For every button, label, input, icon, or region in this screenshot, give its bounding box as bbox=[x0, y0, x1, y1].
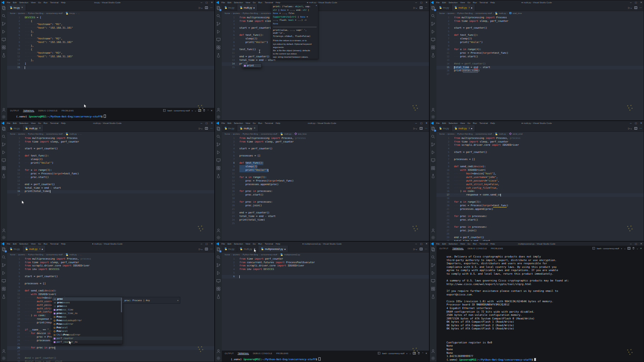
code-line[interactable]: 8 bbox=[436, 161, 644, 165]
new-terminal-button[interactable]: + bbox=[406, 352, 408, 354]
menu-item-go[interactable]: Go bbox=[253, 122, 255, 124]
menu-item-selection[interactable]: Selection bbox=[234, 242, 243, 245]
breadcrumb-item[interactable]: ipvzero bbox=[448, 12, 454, 14]
suggest-item-protocol[interactable]: Protocol bbox=[52, 329, 122, 333]
code-line[interactable]: 26····for·proc·in·proc bbox=[7, 346, 214, 350]
menu-item-edit[interactable]: Edit bbox=[13, 242, 17, 245]
suggest-item-perf_counter_ns[interactable]: perf_counter_ns bbox=[52, 340, 122, 344]
menu-item-go[interactable]: Go bbox=[38, 242, 41, 245]
maximize-panel-button[interactable]: ⌃ bbox=[422, 352, 424, 354]
manage-icon[interactable] bbox=[216, 356, 221, 361]
code-line[interactable]: 6def·test_func(): bbox=[436, 34, 644, 37]
code-line[interactable]: 21····processes.append(proc) bbox=[436, 208, 644, 211]
run-python-file-button[interactable]: ▷⌄ bbox=[628, 127, 632, 130]
menu-item-terminal[interactable]: Terminal bbox=[265, 1, 273, 4]
code-line[interactable]: 22end·=·perf_counter() bbox=[222, 211, 429, 215]
breadcrumb-item[interactable]: ipvzero bbox=[18, 133, 25, 135]
menu-item-view[interactable]: View bbox=[31, 122, 35, 124]
split-terminal-button[interactable] bbox=[628, 247, 630, 250]
terminal-dropdown-icon[interactable]: ⌄ bbox=[409, 352, 411, 354]
code-line[interactable]: 2from·time·import·sleep,·perf_counter bbox=[436, 20, 644, 23]
menu-item-terminal[interactable]: Terminal bbox=[50, 122, 58, 124]
suggest-item-childprocesserror[interactable]: ChildProcessError bbox=[52, 333, 122, 337]
terminal-prompt[interactable]: (.venv) ipvzero@MSI:~/Python-Net-Eng/con… bbox=[231, 357, 428, 361]
code-line[interactable]: 12····proc.start() bbox=[436, 55, 644, 59]
tab-inv-py[interactable]: inv.py bbox=[436, 4, 452, 11]
run-and-debug-icon[interactable] bbox=[216, 29, 221, 34]
code-line[interactable]: 17········response·=·conn.send_co bbox=[436, 193, 644, 197]
panel-tab-debug-console[interactable]: DEBUG CONSOLE bbox=[38, 110, 58, 112]
accounts-icon[interactable] bbox=[1, 107, 6, 112]
suggest-item-processes[interactable]: abprocesses bbox=[52, 301, 122, 304]
editor[interactable]: 1from·multiprocessing·import·Process2fro… bbox=[436, 15, 644, 120]
maximize-button[interactable]: ▢ bbox=[205, 122, 208, 125]
menu-item-help[interactable]: Help bbox=[61, 122, 65, 124]
menu-item-run[interactable]: Run bbox=[44, 122, 48, 124]
code-line[interactable]: 25 bbox=[222, 222, 429, 226]
code-line[interactable]: 10def·send_cmd(device): bbox=[7, 289, 214, 293]
terminal-profile-select[interactable]: bash - concurrency-stuff bbox=[382, 352, 404, 354]
code-line[interactable]: 18 bbox=[436, 197, 644, 201]
menu-item-file[interactable]: File bbox=[7, 242, 10, 245]
search-icon[interactable] bbox=[431, 134, 435, 139]
code-line[interactable]: 13····}, bbox=[7, 59, 214, 62]
search-icon[interactable] bbox=[216, 255, 221, 260]
run-python-file-button[interactable]: ▷⌄ bbox=[199, 6, 203, 9]
accounts-icon[interactable] bbox=[216, 349, 221, 353]
code-line[interactable]: 16····)·as·conn: bbox=[436, 190, 644, 193]
code-line[interactable]: 6start·=·perf_counter() bbox=[7, 275, 214, 279]
explorer-icon[interactable] bbox=[1, 126, 6, 131]
breadcrumb-item[interactable]: Python-Net-Eng bbox=[28, 133, 43, 135]
tab-inv-py[interactable]: inv.py bbox=[222, 125, 237, 131]
close-button[interactable]: ✕ bbox=[640, 1, 642, 4]
code-line[interactable]: 11········"hostname":·"R3", bbox=[7, 52, 214, 55]
code-line[interactable]: 1from·multiprocessing·import·Process,·pr… bbox=[7, 257, 214, 261]
breadcrumb-item[interactable]: home bbox=[225, 133, 230, 135]
breadcrumb-item[interactable]: home bbox=[225, 254, 230, 256]
testing-icon[interactable] bbox=[216, 53, 221, 58]
code-line[interactable]: 3 bbox=[436, 23, 644, 26]
breadcrumb-item[interactable]: home bbox=[10, 254, 15, 256]
close-button[interactable]: ✕ bbox=[211, 242, 213, 245]
code-line[interactable]: 24print(total_time) bbox=[222, 218, 429, 222]
close-panel-button[interactable]: ✕ bbox=[211, 109, 213, 112]
maximize-panel-button[interactable]: ⌃ bbox=[207, 109, 209, 112]
menu-item-view[interactable]: View bbox=[31, 1, 35, 4]
maximize-button[interactable]: ▢ bbox=[420, 242, 422, 245]
code-line[interactable]: 1from·multiprocessing·import·Process,·pr… bbox=[222, 137, 429, 140]
code-line[interactable]: 15total_time·=·end·-·start bbox=[436, 66, 644, 69]
minimize-button[interactable]: ─ bbox=[630, 242, 632, 245]
code-line[interactable]: 10····print("Voila!") bbox=[222, 169, 429, 172]
code-line[interactable]: 13····proc·=·Process(target=test_func) bbox=[222, 179, 429, 183]
accounts-icon[interactable] bbox=[216, 107, 221, 112]
code-line[interactable]: 17 bbox=[7, 193, 214, 197]
menu-item-terminal[interactable]: Terminal bbox=[479, 122, 488, 124]
code-line[interactable]: 18 bbox=[222, 197, 429, 201]
tab-inv-py[interactable]: inv.py bbox=[222, 4, 237, 11]
breadcrumb-item[interactable]: ipvzero bbox=[18, 254, 25, 256]
breadcrumb-item[interactable]: ipvzero bbox=[233, 254, 240, 256]
breadcrumb-file[interactable]: inv.py bbox=[69, 12, 75, 14]
code-line[interactable]: 5 bbox=[222, 30, 429, 34]
code-line[interactable]: 1from·multiprocessing·import·Process,·pr… bbox=[436, 137, 644, 140]
code-line[interactable]: 14] bbox=[7, 62, 214, 66]
close-button[interactable]: ✕ bbox=[211, 122, 213, 125]
code-line[interactable]: 14end·=·perf_counter() bbox=[7, 183, 214, 187]
menu-item-run[interactable]: Run bbox=[258, 1, 262, 4]
manage-icon[interactable] bbox=[1, 235, 6, 240]
menu-item-edit[interactable]: Edit bbox=[13, 122, 17, 124]
code-line[interactable]: 11····proc·=·Process(target=test_func) bbox=[7, 172, 214, 176]
code-line[interactable]: 22 bbox=[436, 211, 644, 215]
code-line[interactable]: 14····processes.append(proc) bbox=[222, 183, 429, 187]
code-line[interactable]: 10for·x·in·range(4): bbox=[436, 48, 644, 52]
extensions-icon[interactable] bbox=[1, 166, 6, 170]
code-line[interactable]: 3········"hostname":·"R1", bbox=[7, 23, 214, 26]
close-tab-icon[interactable]: ✕ bbox=[21, 6, 23, 9]
code-line[interactable]: 6 bbox=[222, 275, 429, 279]
menu-item-help[interactable]: Help bbox=[275, 1, 280, 4]
code-line[interactable]: 8····print("Voila!") bbox=[436, 41, 644, 44]
explorer-icon[interactable]: 1 bbox=[216, 247, 221, 252]
code-line[interactable]: 16for·proc·in·processes: bbox=[222, 190, 429, 193]
code-line[interactable]: 7········"hostname":·"R2", bbox=[7, 37, 214, 41]
source-control-icon[interactable] bbox=[431, 142, 435, 147]
